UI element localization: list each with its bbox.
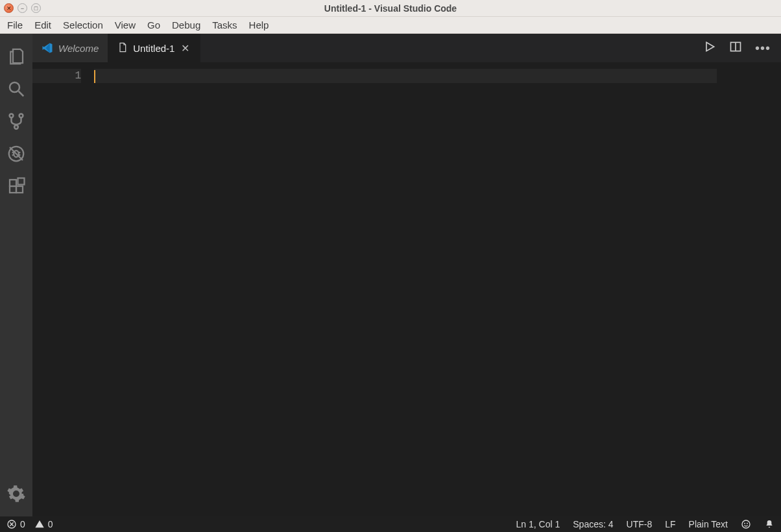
menu-go[interactable]: Go [141, 18, 166, 32]
tab-welcome[interactable]: Welcome [32, 34, 108, 62]
text-cursor [94, 70, 95, 83]
svg-point-3 [19, 114, 23, 117]
status-bar: 0 0 Ln 1, Col 1 Spaces: 4 UTF-8 LF Plain… [0, 516, 781, 532]
svg-point-2 [10, 114, 14, 117]
status-language[interactable]: Plain Text [689, 519, 728, 529]
explorer-icon[interactable] [0, 40, 32, 73]
status-errors[interactable]: 0 [6, 519, 25, 529]
menu-file[interactable]: File [1, 18, 29, 32]
window-minimize-button[interactable]: − [18, 3, 27, 13]
extensions-icon[interactable] [0, 170, 32, 202]
more-actions-icon[interactable]: ••• [755, 42, 771, 54]
svg-point-4 [14, 125, 18, 129]
menu-debug[interactable]: Debug [166, 18, 206, 32]
status-encoding[interactable]: UTF-8 [627, 519, 653, 529]
svg-rect-13 [16, 186, 23, 193]
tab-welcome-label: Welcome [58, 43, 99, 54]
status-warnings-count: 0 [48, 519, 53, 529]
editor-area: Welcome Untitled-1 ✕ ••• 1 [32, 34, 781, 516]
feedback-smiley-icon[interactable] [741, 519, 751, 529]
svg-rect-14 [18, 178, 25, 185]
menu-help[interactable]: Help [243, 18, 275, 32]
minimap[interactable] [742, 62, 781, 516]
menu-view[interactable]: View [109, 18, 141, 32]
editor-actions: ••• [693, 34, 781, 62]
split-editor-icon[interactable] [729, 40, 742, 56]
svg-point-22 [747, 523, 748, 524]
window-maximize-button[interactable]: □ [31, 3, 41, 13]
svg-point-21 [745, 523, 745, 524]
status-spaces[interactable]: Spaces: 4 [573, 519, 613, 529]
menu-edit[interactable]: Edit [29, 18, 57, 32]
code-area[interactable] [94, 62, 742, 516]
tab-close-icon[interactable]: ✕ [180, 42, 191, 54]
status-ln-col[interactable]: Ln 1, Col 1 [516, 519, 560, 529]
status-eol[interactable]: LF [665, 519, 675, 529]
settings-gear-icon[interactable] [0, 478, 32, 510]
status-warnings[interactable]: 0 [34, 519, 53, 529]
source-control-icon[interactable] [0, 105, 32, 138]
svg-rect-11 [10, 180, 16, 186]
tab-untitled-label: Untitled-1 [133, 43, 174, 54]
svg-line-8 [19, 152, 21, 153]
svg-rect-12 [10, 186, 16, 193]
window-title: Untitled-1 - Visual Studio Code [324, 3, 457, 14]
svg-line-9 [12, 154, 14, 155]
window-titlebar: ✕ − □ Untitled-1 - Visual Studio Code [0, 0, 781, 16]
gutter: 1 [32, 62, 94, 516]
tab-untitled[interactable]: Untitled-1 ✕ [108, 34, 200, 62]
vscode-logo-icon [42, 42, 53, 54]
tab-bar: Welcome Untitled-1 ✕ ••• [32, 34, 781, 62]
window-close-button[interactable]: ✕ [4, 3, 14, 13]
debug-icon[interactable] [0, 138, 32, 170]
run-icon[interactable] [703, 40, 716, 56]
menu-bar: File Edit Selection View Go Debug Tasks … [0, 16, 781, 34]
menu-selection[interactable]: Selection [57, 18, 109, 32]
activity-bar [0, 34, 32, 516]
svg-line-7 [12, 152, 14, 153]
svg-line-10 [19, 154, 21, 155]
file-icon [117, 42, 128, 54]
svg-point-0 [10, 82, 19, 92]
current-line-highlight [94, 69, 717, 83]
menu-tasks[interactable]: Tasks [206, 18, 243, 32]
editor-body[interactable]: 1 [32, 62, 781, 516]
search-icon[interactable] [0, 73, 32, 105]
svg-line-1 [19, 91, 24, 97]
svg-point-20 [742, 520, 750, 528]
line-number-1: 1 [32, 69, 81, 83]
notifications-bell-icon[interactable] [764, 519, 775, 529]
status-errors-count: 0 [20, 519, 25, 529]
